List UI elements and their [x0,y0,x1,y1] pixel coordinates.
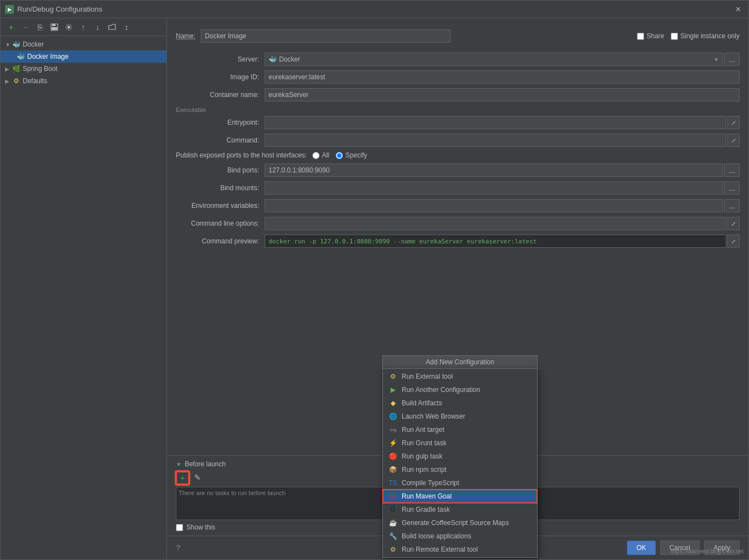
cmd-line-input[interactable] [265,217,726,230]
before-launch-arrow: ▼ [176,461,181,467]
sort-btn[interactable]: ↕ [120,21,133,33]
env-vars-input[interactable] [265,199,723,212]
image-id-label: Image ID: [176,73,265,81]
defaults-label: Defaults [23,77,47,85]
before-launch-edit-btn[interactable]: ✎ [191,471,204,483]
bind-ports-dots-btn[interactable]: ... [724,164,740,177]
entrypoint-input[interactable] [265,116,726,129]
command-field: ⤢ [265,134,740,147]
dropdown-menu: ⚙Run External tool▶Run Another Configura… [382,368,538,558]
before-launch-add-btn[interactable]: + [176,471,189,485]
tree-arrow-docker: ▼ [5,42,12,48]
name-label: Name: [176,32,195,40]
move-down-btn[interactable]: ↓ [92,21,104,33]
help-icon[interactable]: ? [176,543,180,552]
server-label: Server: [176,55,265,63]
dropdown-item-3[interactable]: 🌐Launch Web Browser [383,410,537,423]
radio-specify-label: Specify [345,151,367,159]
command-expand-btn[interactable]: ⤢ [727,134,740,147]
cmd-preview-expand-btn[interactable]: ⤢ [727,235,740,248]
dropdown-item-11[interactable]: ☕Generate CoffeeScript Source Maps [383,516,537,530]
share-label: Share [646,32,664,40]
dropdown-item-10[interactable]: GRun Gradle task [383,503,537,516]
dropdown-item-4[interactable]: 🐜Run Ant target [383,423,537,436]
dropdown-item-7[interactable]: 📦Run npm script [383,463,537,476]
menu-item-label-10: Run Gradle task [402,506,450,513]
menu-item-icon-7: 📦 [388,465,397,474]
name-input[interactable] [201,29,451,43]
share-checkbox[interactable] [637,33,644,40]
image-id-row: Image ID: [176,70,740,84]
menu-item-label-12: Build loose applications [402,532,471,540]
menu-item-label-8: Compile TypeScript [402,479,459,487]
entrypoint-label: Entrypoint: [176,119,265,126]
dropdown-item-9[interactable]: MRun Maven Goal [383,490,537,503]
menu-item-label-5: Run Grunt task [402,439,447,447]
bind-ports-input[interactable] [265,164,723,177]
svg-point-3 [68,26,70,28]
move-up-btn[interactable]: ↑ [77,21,89,33]
command-input[interactable] [265,134,726,147]
menu-item-label-0: Run External tool [402,373,453,380]
cmd-line-expand-btn[interactable]: ⤢ [727,217,740,230]
folder-btn[interactable] [106,21,118,33]
env-vars-label: Environment variables: [176,202,265,210]
settings-config-btn[interactable] [63,21,75,33]
server-select[interactable]: 🐳 Docker ▼ [265,53,723,66]
executable-section: Executable [176,106,740,114]
docker-image-label: Docker Image [27,53,69,60]
entrypoint-field: ⤢ [265,116,740,129]
radio-specify-input[interactable] [336,152,343,159]
tree-arrow-defaults: ▶ [5,78,12,84]
remove-config-btn[interactable]: − [19,21,32,33]
image-id-input[interactable] [265,70,740,84]
server-docker-icon: 🐳 [269,55,277,63]
dropdown-item-6[interactable]: 🔴Run gulp task [383,450,537,463]
entrypoint-expand-btn[interactable]: ⤢ [727,116,740,129]
server-dots-btn[interactable]: ... [724,53,740,66]
tree-item-docker-image[interactable]: 🐳 Docker Image [1,50,166,63]
add-config-btn[interactable]: + [5,21,17,33]
dropdown-item-12[interactable]: 🔧Build loose applications [383,530,537,543]
bind-mounts-row: Bind mounts: ... [176,181,740,195]
dropdown-item-2[interactable]: ◆Build Artifacts [383,396,537,410]
close-button[interactable]: × [732,3,744,16]
show-this-checkbox[interactable] [176,524,183,531]
tree-group-docker[interactable]: ▼ 🐳 Docker [1,38,166,50]
container-name-label: Container name: [176,91,265,99]
window-icon: ▶ [5,5,14,14]
menu-item-label-1: Run Another Configuration [402,386,480,394]
server-value: Docker [279,55,300,63]
dropdown-item-0[interactable]: ⚙Run External tool [383,370,537,383]
config-tree: ▼ 🐳 Docker 🐳 Docker Image ▶ 🌿 Spring Boo… [1,36,166,559]
publish-ports-label: Publish exposed ports to the host interf… [176,151,312,159]
menu-item-label-9: Run Maven Goal [402,492,452,500]
menu-item-label-2: Build Artifacts [402,399,442,407]
command-label: Command: [176,136,265,144]
copy-config-btn[interactable]: ⎘ [34,21,46,33]
bind-mounts-label: Bind mounts: [176,184,265,192]
save-config-btn[interactable] [48,21,60,33]
single-instance-checkbox[interactable] [671,33,678,40]
env-vars-dots-btn[interactable]: ... [724,199,740,212]
server-row: Server: 🐳 Docker ▼ ... [176,53,740,66]
tree-arrow-spring: ▶ [5,66,12,72]
dropdown-item-13[interactable]: ⚙Run Remote External tool [383,543,537,556]
radio-all-input[interactable] [312,152,320,159]
tree-item-defaults[interactable]: ▶ ⚙ Defaults [1,75,166,87]
dropdown-item-5[interactable]: ⚡Run Grunt task [383,436,537,450]
radio-group-ports: All Specify [312,151,367,159]
dropdown-header: Add New Configuration [382,355,538,368]
bind-ports-label: Bind ports: [176,166,265,174]
left-toolbar: + − ⎘ ↑ ↓ ↕ [1,18,166,36]
menu-item-icon-3: 🌐 [388,412,397,421]
before-launch-label: Before launch [185,460,226,468]
dropdown-item-8[interactable]: TSCompile TypeScript [383,476,537,490]
bind-mounts-input[interactable] [265,181,723,195]
ok-button[interactable]: OK [627,541,655,555]
env-vars-row: Environment variables: ... [176,199,740,212]
dropdown-item-1[interactable]: ▶Run Another Configuration [383,383,537,396]
tree-group-spring-boot[interactable]: ▶ 🌿 Spring Boot [1,63,166,75]
container-name-input[interactable] [265,88,740,101]
bind-mounts-dots-btn[interactable]: ... [724,181,740,195]
